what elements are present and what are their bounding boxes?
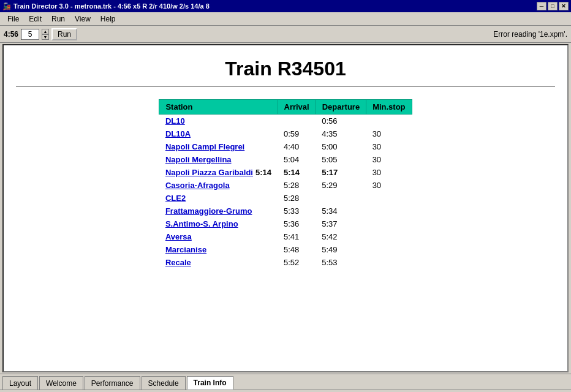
tab-welcome[interactable]: Welcome bbox=[39, 376, 83, 390]
error-message: Error reading '1e.xpm'. bbox=[493, 30, 567, 39]
departure-cell: 5:42 bbox=[316, 230, 366, 243]
menu-bar: File Edit Run View Help bbox=[0, 12, 571, 26]
table-row: Marcianise5:485:49 bbox=[159, 243, 412, 256]
table-row: Recale5:525:53 bbox=[159, 256, 412, 269]
departure-cell: 5:34 bbox=[316, 205, 366, 217]
station-link[interactable]: S.Antimo-S. Arpino bbox=[165, 219, 238, 228]
main-content: Train R34501 Station Arrival Departure M… bbox=[2, 44, 569, 372]
station-link[interactable]: Marcianise bbox=[165, 245, 206, 254]
tab-schedule[interactable]: Schedule bbox=[142, 376, 186, 390]
arrival-cell: 5:14 bbox=[278, 166, 316, 179]
station-cell: Napoli Piazza Garibaldi5:14 bbox=[159, 166, 278, 179]
toolbar: 4:56 ▲ ▼ Run Error reading '1e.xpm'. bbox=[0, 26, 571, 43]
station-link[interactable]: Recale bbox=[165, 258, 191, 267]
station-link[interactable]: DL10 bbox=[165, 116, 185, 126]
minstop-cell: 30 bbox=[366, 153, 412, 166]
minstop-cell: 30 bbox=[366, 166, 412, 179]
station-cell: DL10A bbox=[159, 127, 278, 140]
minstop-cell: 30 bbox=[366, 127, 412, 140]
title-bar: 🚂 Train Director 3.0 - metrona.trk - 4:5… bbox=[0, 0, 571, 12]
tab-train-info[interactable]: Train Info bbox=[187, 376, 233, 390]
speed-up-button[interactable]: ▲ bbox=[42, 29, 49, 34]
table-row: Frattamaggiore-Grumo5:335:34 bbox=[159, 205, 412, 217]
maximize-button[interactable]: □ bbox=[548, 2, 558, 10]
table-row: DL10A0:594:3530 bbox=[159, 127, 412, 140]
departure-cell: 5:53 bbox=[316, 256, 366, 269]
app-icon: 🚂 bbox=[2, 2, 11, 10]
speed-input[interactable] bbox=[21, 29, 39, 40]
table-row: Aversa5:415:42 bbox=[159, 230, 412, 243]
station-cell: Frattamaggiore-Grumo bbox=[159, 205, 278, 217]
minstop-cell bbox=[366, 243, 412, 256]
station-cell: Recale bbox=[159, 256, 278, 269]
col-station: Station bbox=[159, 100, 278, 115]
departure-cell: 5:49 bbox=[316, 243, 366, 256]
station-link[interactable]: Napoli Mergellina bbox=[165, 155, 232, 164]
tab-performance[interactable]: Performance bbox=[85, 376, 140, 390]
status-bar: Pt: -36, Del: 0, Late: 41 bbox=[0, 390, 571, 392]
time-display: 4:56 bbox=[4, 30, 18, 39]
station-cell: Marcianise bbox=[159, 243, 278, 256]
station-cell: CLE2 bbox=[159, 192, 278, 205]
minstop-cell bbox=[366, 192, 412, 205]
title-bar-buttons: ─ □ ✕ bbox=[537, 2, 569, 10]
station-cell: Napoli Mergellina bbox=[159, 153, 278, 166]
station-cell: S.Antimo-S. Arpino bbox=[159, 217, 278, 230]
table-row: S.Antimo-S. Arpino5:365:37 bbox=[159, 217, 412, 230]
close-button[interactable]: ✕ bbox=[559, 2, 569, 10]
arrival-cell: 5:36 bbox=[278, 217, 316, 230]
arrival-cell: 4:40 bbox=[278, 140, 316, 153]
arrival-inline: 5:14 bbox=[255, 168, 271, 177]
table-row: Napoli Piazza Garibaldi5:145:145:1730 bbox=[159, 166, 412, 179]
menu-file[interactable]: File bbox=[2, 13, 24, 24]
station-cell: Aversa bbox=[159, 230, 278, 243]
departure-cell bbox=[316, 192, 366, 205]
menu-view[interactable]: View bbox=[70, 13, 96, 24]
divider bbox=[16, 86, 555, 87]
arrival-cell: 5:52 bbox=[278, 256, 316, 269]
table-row: CLE25:28 bbox=[159, 192, 412, 205]
minimize-button[interactable]: ─ bbox=[537, 2, 546, 10]
station-cell: Napoli Campi Flegrei bbox=[159, 140, 278, 153]
col-arrival: Arrival bbox=[278, 100, 316, 115]
window-title: Train Director 3.0 - metrona.trk - 4:56 … bbox=[13, 2, 210, 10]
station-link[interactable]: Napoli Piazza Garibaldi bbox=[165, 168, 253, 177]
minstop-cell bbox=[366, 115, 412, 128]
table-row: Napoli Mergellina5:045:0530 bbox=[159, 153, 412, 166]
arrival-cell: 5:28 bbox=[278, 179, 316, 192]
schedule-body: DL100:56DL10A0:594:3530Napoli Campi Fleg… bbox=[159, 115, 412, 270]
menu-help[interactable]: Help bbox=[96, 13, 121, 24]
arrival-cell: 5:48 bbox=[278, 243, 316, 256]
departure-cell: 5:17 bbox=[316, 166, 366, 179]
table-row: DL100:56 bbox=[159, 115, 412, 128]
col-departure: Departure bbox=[316, 100, 366, 115]
minstop-cell: 30 bbox=[366, 140, 412, 153]
arrival-cell: 0:59 bbox=[278, 127, 316, 140]
station-link[interactable]: Aversa bbox=[165, 232, 192, 241]
arrival-cell: 5:33 bbox=[278, 205, 316, 217]
schedule-table: Station Arrival Departure Min.stop DL100… bbox=[159, 99, 412, 269]
station-cell: DL10 bbox=[159, 115, 278, 128]
minstop-cell bbox=[366, 205, 412, 217]
tab-layout[interactable]: Layout bbox=[2, 376, 38, 390]
departure-cell: 5:05 bbox=[316, 153, 366, 166]
col-minstop: Min.stop bbox=[366, 100, 412, 115]
table-row: Casoria-Afragola5:285:2930 bbox=[159, 179, 412, 192]
station-link[interactable]: DL10A bbox=[165, 129, 191, 138]
station-link[interactable]: Casoria-Afragola bbox=[165, 181, 230, 190]
station-cell: Casoria-Afragola bbox=[159, 179, 278, 192]
station-link[interactable]: CLE2 bbox=[165, 194, 186, 203]
station-link[interactable]: Frattamaggiore-Grumo bbox=[165, 206, 252, 216]
minstop-cell bbox=[366, 230, 412, 243]
arrival-cell: 5:04 bbox=[278, 153, 316, 166]
speed-down-button[interactable]: ▼ bbox=[42, 34, 49, 40]
title-bar-left: 🚂 Train Director 3.0 - metrona.trk - 4:5… bbox=[2, 2, 210, 10]
menu-edit[interactable]: Edit bbox=[24, 13, 47, 24]
run-button[interactable]: Run bbox=[51, 28, 77, 40]
menu-run[interactable]: Run bbox=[47, 13, 70, 24]
arrival-cell: 5:28 bbox=[278, 192, 316, 205]
departure-cell: 4:35 bbox=[316, 127, 366, 140]
station-link[interactable]: Napoli Campi Flegrei bbox=[165, 142, 244, 151]
arrival-cell: 5:41 bbox=[278, 230, 316, 243]
departure-cell: 5:00 bbox=[316, 140, 366, 153]
